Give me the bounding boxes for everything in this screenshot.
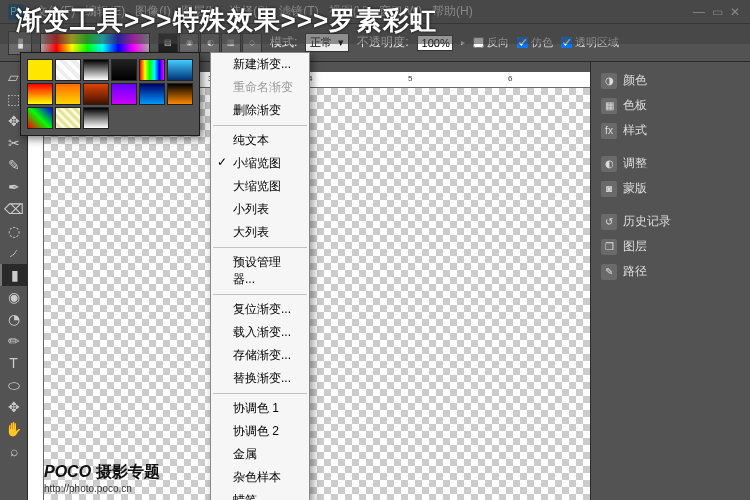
menubar: Ps 文件(F)编辑(E)图像(I)图层(L)选择(S)滤镜(T)视图(V)窗口… [0, 0, 750, 24]
menu-item[interactable]: 编辑(E) [85, 4, 125, 18]
transparency-checkbox[interactable]: 透明区域 [561, 35, 619, 50]
gradient-radial[interactable]: ◉ [179, 33, 199, 53]
mode-select[interactable]: 正常▾ [305, 33, 349, 52]
panel-icon: ◐ [601, 156, 617, 172]
menu-item[interactable]: 滤镜(T) [279, 4, 318, 18]
panel-item[interactable]: ◑颜色 [595, 68, 746, 93]
opacity-input[interactable] [417, 35, 453, 51]
gradient-swatch[interactable] [111, 83, 137, 105]
menu-item[interactable]: 纯文本 [211, 129, 309, 152]
tool-button[interactable]: ▮ [0, 264, 27, 286]
reverse-checkbox[interactable]: 反向 [473, 35, 509, 50]
opacity-label: 不透明度: [357, 34, 408, 51]
menu-item[interactable]: 复位渐变... [211, 298, 309, 321]
tool-button[interactable]: ✒ [0, 176, 27, 198]
tool-button[interactable]: ◉ [0, 286, 27, 308]
tool-button[interactable]: ⟋ [0, 242, 27, 264]
gradient-linear[interactable]: ▤ [158, 33, 178, 53]
menu-item[interactable]: 大列表 [211, 221, 309, 244]
panel-item[interactable]: ◙蒙版 [595, 176, 746, 201]
panel-icon: ❐ [601, 239, 617, 255]
menu-item[interactable]: 视图(V) [329, 4, 369, 18]
gradient-diamond[interactable]: ◇ [242, 33, 262, 53]
gradient-swatch[interactable] [55, 59, 81, 81]
gradient-swatch[interactable] [167, 83, 193, 105]
menu-item[interactable]: 小列表 [211, 198, 309, 221]
gradient-preview[interactable] [40, 33, 150, 53]
watermark: POCO 摄影专题 http://photo.poco.cn [44, 462, 160, 494]
panel-label: 图层 [623, 238, 647, 255]
menu-item[interactable]: 替换渐变... [211, 367, 309, 390]
gradient-swatch[interactable] [83, 83, 109, 105]
tool-button[interactable]: ◔ [0, 308, 27, 330]
app-icon: Ps [8, 4, 24, 20]
window-controls: — ▭ ✕ [692, 5, 742, 19]
gradient-swatch[interactable] [27, 83, 53, 105]
gradient-type-group: ▤ ◉ ◐ ▥ ◇ [158, 33, 262, 53]
gradient-swatch[interactable] [139, 83, 165, 105]
maximize-button[interactable]: ▭ [710, 5, 724, 19]
panel-dock: ◑颜色▦色板fx样式◐调整◙蒙版↺历史记录❐图层✎路径 [590, 62, 750, 500]
panel-icon: fx [601, 123, 617, 139]
canvas[interactable] [44, 88, 590, 500]
gradient-reflected[interactable]: ▥ [221, 33, 241, 53]
panel-item[interactable]: ❐图层 [595, 234, 746, 259]
tool-button[interactable]: T [0, 352, 27, 374]
tool-button[interactable]: ✋ [0, 418, 27, 440]
panel-label: 历史记录 [623, 213, 671, 230]
close-button[interactable]: ✕ [728, 5, 742, 19]
gradient-swatch[interactable] [27, 107, 53, 129]
panel-label: 蒙版 [623, 180, 647, 197]
menu-item[interactable]: 文件(F) [36, 4, 75, 18]
tool-button[interactable]: ⌫ [0, 198, 27, 220]
ruler-vertical [28, 88, 44, 500]
menu-item[interactable]: 删除渐变 [211, 99, 309, 122]
menu-item[interactable]: 杂色样本 [211, 466, 309, 489]
gradient-preset-context-menu[interactable]: 新建渐变...重命名渐变删除渐变纯文本小缩览图大缩览图小列表大列表预设管理器..… [210, 52, 310, 500]
gradient-angle[interactable]: ◐ [200, 33, 220, 53]
tool-button[interactable]: ⌕ [0, 440, 27, 462]
menu-item[interactable]: 蜡笔 [211, 489, 309, 500]
menu-item[interactable]: 预设管理器... [211, 251, 309, 291]
tool-button[interactable]: ✎ [0, 154, 27, 176]
tool-button[interactable]: ✏ [0, 330, 27, 352]
gradient-swatch[interactable] [111, 59, 137, 81]
mode-label: 模式: [270, 34, 297, 51]
gradient-tool-icon: ▮ [8, 31, 32, 55]
tool-button[interactable]: ⬭ [0, 374, 27, 396]
gradient-swatch[interactable] [55, 107, 81, 129]
menu-item[interactable]: 选择(S) [229, 4, 269, 18]
menu-item[interactable]: 载入渐变... [211, 321, 309, 344]
gradient-swatch[interactable] [139, 59, 165, 81]
panel-icon: ◙ [601, 181, 617, 197]
menu-item[interactable]: 新建渐变... [211, 53, 309, 76]
panel-item[interactable]: ◐调整 [595, 151, 746, 176]
menu-item[interactable]: 图像(I) [135, 4, 170, 18]
gradient-swatch[interactable] [83, 107, 109, 129]
panel-icon: ◑ [601, 73, 617, 89]
panel-item[interactable]: fx样式 [595, 118, 746, 143]
menu-item[interactable]: 协调色 1 [211, 397, 309, 420]
tool-button[interactable]: ✥ [0, 396, 27, 418]
menu-item[interactable]: 金属 [211, 443, 309, 466]
panel-item[interactable]: ↺历史记录 [595, 209, 746, 234]
gradient-swatch[interactable] [167, 59, 193, 81]
panel-icon: ↺ [601, 214, 617, 230]
menu-item: 重命名渐变 [211, 76, 309, 99]
menu-item[interactable]: 大缩览图 [211, 175, 309, 198]
gradient-picker-popover[interactable] [20, 52, 200, 136]
menu-item[interactable]: 小缩览图 [211, 152, 309, 175]
dither-checkbox[interactable]: 仿色 [517, 35, 553, 50]
menu-item[interactable]: 帮助(H) [432, 4, 473, 18]
menu-item[interactable]: 图层(L) [181, 4, 220, 18]
panel-item[interactable]: ▦色板 [595, 93, 746, 118]
gradient-swatch[interactable] [27, 59, 53, 81]
gradient-swatch[interactable] [55, 83, 81, 105]
tool-button[interactable]: ◌ [0, 220, 27, 242]
gradient-swatch[interactable] [83, 59, 109, 81]
menu-item[interactable]: 协调色 2 [211, 420, 309, 443]
menu-item[interactable]: 存储渐变... [211, 344, 309, 367]
panel-item[interactable]: ✎路径 [595, 259, 746, 284]
minimize-button[interactable]: — [692, 5, 706, 19]
menu-item[interactable]: 窗口(W) [379, 4, 422, 18]
